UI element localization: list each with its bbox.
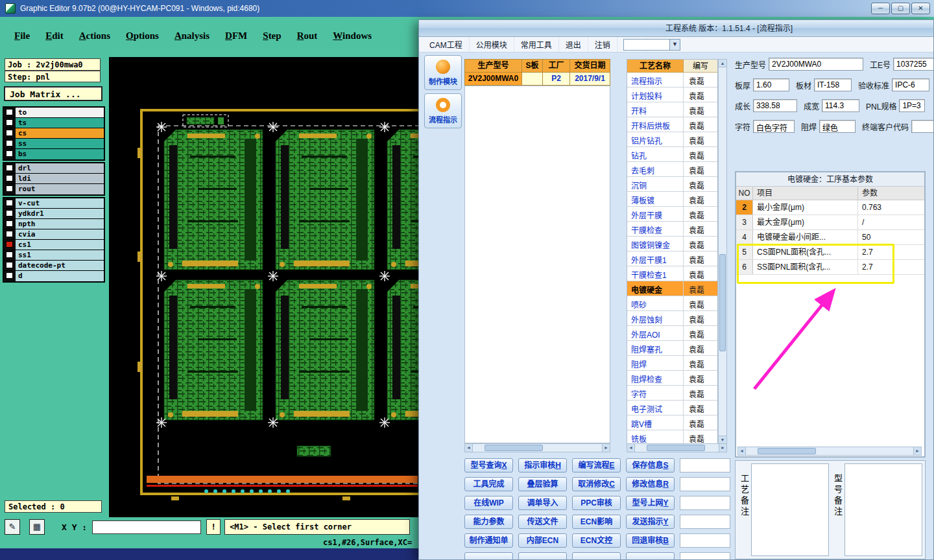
action-button-传送文件[interactable]: 传送文件: [518, 515, 567, 529]
layer-checkbox[interactable]: [6, 200, 13, 206]
action-button-能力参数[interactable]: 能力参数: [464, 515, 513, 529]
layer-row-ss1[interactable]: ss1: [4, 250, 104, 261]
work-order-value[interactable]: 1037255: [893, 58, 934, 71]
param-row-2[interactable]: 2最小金厚(μm)0.763: [736, 200, 924, 215]
action-button-编写流程E[interactable]: 编写流程E: [572, 458, 621, 472]
layer-checkbox[interactable]: [6, 109, 13, 115]
process-row-字符[interactable]: 字符袁磊: [627, 386, 717, 401]
ge-menu-analysis[interactable]: Analysis: [174, 30, 210, 41]
ge-menu-dfm[interactable]: DFM: [225, 30, 247, 41]
product-horizontal-scrollbar[interactable]: ◄ ►: [464, 443, 610, 452]
ge-menu-windows[interactable]: Windows: [333, 30, 372, 41]
scroll-right-icon[interactable]: ►: [719, 444, 726, 452]
process-row-外层干膜[interactable]: 外层干膜袁磊: [627, 207, 717, 222]
draw-tool-icon[interactable]: ✎: [5, 519, 20, 535]
length-value[interactable]: 338.58: [753, 99, 797, 112]
action-button-clipped[interactable]: [464, 552, 513, 560]
layer-checkbox[interactable]: [6, 241, 13, 248]
process-row-阻焊检查[interactable]: 阻焊检查袁磊: [627, 371, 717, 386]
params-horizontal-scrollbar[interactable]: ◄ ►: [737, 447, 922, 456]
scrollbar-thumb[interactable]: [485, 445, 543, 451]
layer-checkbox[interactable]: [6, 185, 13, 192]
scroll-right-icon[interactable]: ►: [602, 444, 610, 452]
action-button-制作通知单[interactable]: 制作通知单: [464, 533, 513, 548]
layer-checkbox[interactable]: [6, 140, 13, 146]
ge-menu-edit[interactable]: Edit: [45, 30, 64, 41]
action-button-ECN文控[interactable]: ECN文控: [572, 533, 621, 548]
pcb-layout-graphic[interactable]: [109, 57, 418, 517]
process-row-阻焊[interactable]: 阻焊袁磊: [627, 356, 717, 371]
action-button-在线WIP[interactable]: 在线WIP: [464, 496, 513, 510]
pnl-spec-value[interactable]: 1P=3: [899, 99, 925, 112]
layer-checkbox[interactable]: [6, 175, 13, 181]
process-row-干膜检查1[interactable]: 干膜检查1袁磊: [627, 266, 717, 281]
layer-checkbox[interactable]: [6, 231, 13, 237]
layer-row-ss[interactable]: ss: [4, 139, 104, 149]
action-blank-field[interactable]: [680, 515, 730, 529]
scrollbar-thumb[interactable]: [647, 445, 705, 451]
product-model-value[interactable]: 2V2J00MWA0: [769, 58, 863, 71]
process-row-计划投料[interactable]: 计划投料袁磊: [627, 88, 717, 102]
acceptance-standard-value[interactable]: IPC-6: [892, 78, 929, 91]
layer-checkbox[interactable]: [6, 251, 13, 258]
process-row-干膜检查[interactable]: 干膜检查袁磊: [627, 222, 717, 237]
action-button-clipped[interactable]: [572, 552, 621, 560]
action-blank-field[interactable]: [680, 533, 730, 548]
minimize-icon[interactable]: ─: [871, 3, 890, 14]
eng-menu-常用工具[interactable]: 常用工具: [514, 37, 559, 52]
layer-row-rout[interactable]: rout: [4, 184, 104, 194]
action-button-型号查询X[interactable]: 型号查询X: [464, 458, 513, 472]
product-cell[interactable]: P2: [543, 73, 570, 86]
layer-checkbox[interactable]: [6, 150, 13, 157]
product-cell[interactable]: [522, 73, 543, 86]
layer-checkbox[interactable]: [6, 165, 13, 171]
process-row-外层蚀刻[interactable]: 外层蚀刻袁磊: [627, 311, 717, 326]
process-instruction-button[interactable]: 流程指示: [424, 93, 462, 128]
process-row-开料后烘板[interactable]: 开料后烘板袁磊: [627, 117, 717, 132]
width-value[interactable]: 114.3: [822, 99, 859, 112]
close-icon[interactable]: ✕: [911, 3, 930, 14]
silkscreen-value[interactable]: 白色字符: [753, 120, 795, 133]
param-row-4[interactable]: 4电镀硬金最小间距...50: [736, 230, 924, 245]
process-row-跳V槽[interactable]: 跳V槽袁磊: [627, 415, 717, 430]
layer-row-drl[interactable]: drl: [4, 163, 104, 174]
action-button-指示审核H[interactable]: 指示审核H: [518, 458, 567, 472]
layer-row-ldi[interactable]: ldi: [4, 174, 104, 184]
soldermask-value[interactable]: 绿色: [819, 120, 856, 133]
layer-row-ydkdr1[interactable]: ydkdr1: [4, 209, 104, 219]
param-row-3[interactable]: 3最大金厚(μm)/: [736, 215, 924, 230]
product-cell[interactable]: 2V2J00MWA0: [465, 73, 522, 86]
action-button-型号上网Y[interactable]: 型号上网Y: [626, 496, 675, 510]
layer-row-cvia[interactable]: cvia: [4, 229, 104, 240]
action-button-内部ECN[interactable]: 内部ECN: [518, 533, 567, 548]
ge-menu-actions[interactable]: Actions: [79, 30, 110, 41]
process-row-图镀铜镍金[interactable]: 图镀铜镍金袁磊: [627, 237, 717, 251]
ge-titlebar[interactable]: Graphic Editor 9.07b2 (00@HY-HYCAM-PC091…: [0, 0, 934, 17]
action-button-回退审核B[interactable]: 回退审核B: [626, 533, 675, 548]
process-row-喷砂[interactable]: 喷砂袁磊: [627, 296, 717, 311]
action-blank-field[interactable]: [680, 477, 730, 491]
action-blank-field[interactable]: [680, 552, 730, 560]
chevron-down-icon[interactable]: ▼: [669, 40, 680, 50]
layer-checkbox[interactable]: [6, 130, 13, 136]
ge-menu-rout[interactable]: Rout: [297, 30, 318, 41]
grid-tool-icon[interactable]: ▦: [29, 519, 45, 535]
scroll-left-icon[interactable]: ◄: [465, 444, 473, 452]
scroll-up-icon[interactable]: ▲: [719, 60, 726, 67]
scroll-down-icon[interactable]: ▼: [719, 436, 726, 443]
eng-titlebar[interactable]: 工程系统 版本：1.1.51.4 - [流程指示]: [419, 20, 933, 37]
product-list-area[interactable]: [464, 86, 610, 443]
pcb-canvas[interactable]: [109, 57, 418, 517]
layer-checkbox[interactable]: [6, 262, 13, 268]
action-blank-field[interactable]: [680, 458, 730, 472]
eng-menu-CAM工程[interactable]: CAM工程: [423, 37, 470, 52]
process-row-阻焊塞孔[interactable]: 阻焊塞孔袁磊: [627, 341, 717, 356]
process-remark-textarea[interactable]: [751, 463, 829, 556]
scroll-right-icon[interactable]: ►: [913, 447, 921, 455]
xy-input[interactable]: [92, 520, 201, 534]
maximize-icon[interactable]: ▢: [891, 3, 910, 14]
process-row-去毛刺[interactable]: 去毛刺袁磊: [627, 162, 717, 177]
layer-row-d[interactable]: d: [4, 271, 104, 281]
process-row-铝片钻孔[interactable]: 铝片钻孔袁磊: [627, 132, 717, 147]
quick-search-combobox[interactable]: ▼: [623, 39, 680, 51]
